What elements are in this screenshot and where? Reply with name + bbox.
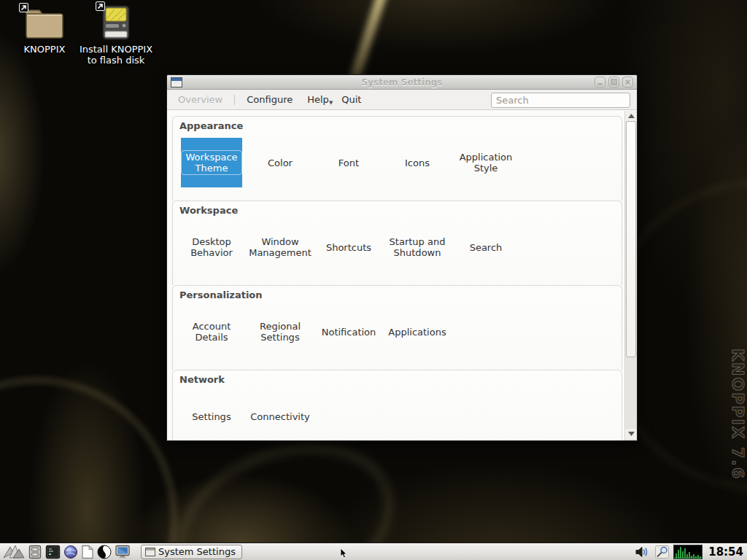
- desktop-icon-label: Install KNOPPIX to flash disk: [76, 44, 156, 66]
- contrast-circle-icon: [97, 545, 112, 559]
- file-cabinet-icon: [28, 545, 42, 559]
- tile-label: Font: [338, 158, 359, 168]
- tile-label: Icons: [405, 158, 430, 168]
- web-browser-button[interactable]: [62, 544, 80, 560]
- terminal-button[interactable]: [44, 544, 62, 560]
- section-appearance: Appearance Workspace Theme Color Font Ic…: [172, 116, 622, 201]
- display-settings-button[interactable]: [113, 544, 132, 560]
- settings-item-workspace-theme[interactable]: Workspace Theme: [181, 138, 242, 187]
- monitor-icon: [115, 545, 131, 559]
- scrollbar-thumb[interactable]: [626, 121, 636, 357]
- desktop-icon-knoppix[interactable]: KNOPPIX: [12, 6, 77, 55]
- tile-label: Shortcuts: [326, 242, 371, 253]
- desktop-icon-install-knoppix[interactable]: Install KNOPPIX to flash disk: [76, 4, 156, 66]
- section-title: Personalization: [173, 286, 622, 300]
- settings-item-startup-and-shutdown[interactable]: Startup and Shutdown: [387, 222, 448, 272]
- section-network: Network Settings Connectivity: [172, 370, 622, 440]
- window-title: System Settings: [167, 77, 637, 88]
- tile-label: Applications: [388, 327, 446, 338]
- settings-item-applications[interactable]: Applications: [387, 307, 448, 357]
- scroll-up-button[interactable]: [625, 111, 637, 121]
- toolbar-separator: [234, 95, 235, 105]
- chevron-down-icon: ▼: [329, 100, 333, 106]
- settings-content: Appearance Workspace Theme Color Font Ic…: [167, 111, 637, 440]
- lxde-menu-button[interactable]: [1, 544, 26, 560]
- tile-label: Search: [470, 242, 503, 253]
- tile-label: Window Management: [249, 236, 311, 258]
- document-icon: [81, 545, 94, 559]
- desktop-icon-label: KNOPPIX: [12, 44, 77, 55]
- contrast-toggle-button[interactable]: [96, 544, 113, 560]
- speaker-icon: [635, 545, 649, 559]
- arrow-down-icon: [628, 432, 635, 436]
- taskbar-clock: 18:54: [708, 545, 743, 559]
- settings-item-icons[interactable]: Icons: [387, 138, 448, 187]
- help-label: Help: [307, 94, 329, 105]
- settings-item-color[interactable]: Color: [249, 138, 311, 187]
- settings-item-search[interactable]: Search: [455, 222, 516, 272]
- shortcut-emblem-icon: [96, 1, 105, 11]
- task-button-label: System Settings: [158, 546, 236, 557]
- cpu-graph-icon: [674, 545, 702, 559]
- toolbar-help-button[interactable]: Help: [300, 91, 330, 108]
- section-title: Network: [173, 370, 622, 385]
- magnifier-icon: [655, 545, 669, 559]
- settings-item-account-details[interactable]: Account Details: [181, 307, 242, 357]
- settings-item-font[interactable]: Font: [318, 138, 379, 187]
- close-button[interactable]: [622, 77, 633, 88]
- tile-label: Workspace Theme: [181, 150, 242, 175]
- settings-item-window-management[interactable]: Window Management: [249, 222, 311, 272]
- system-settings-window: System Settings Overview Configure Help …: [166, 74, 638, 441]
- settings-item-network-settings[interactable]: Settings: [181, 392, 242, 440]
- settings-item-regional-settings[interactable]: Regional Settings: [249, 307, 311, 357]
- tile-label: Regional Settings: [249, 321, 311, 343]
- knoppix-version-watermark: KNOPPIX 7.6: [729, 349, 747, 480]
- close-icon: [624, 79, 631, 85]
- mouse-cursor: [340, 548, 347, 559]
- window-titlebar[interactable]: System Settings: [167, 75, 637, 90]
- system-monitor-graph[interactable]: [673, 545, 703, 559]
- toolbar-configure-button[interactable]: Configure: [239, 91, 300, 108]
- window-icon: [145, 548, 155, 556]
- maximize-button[interactable]: [608, 77, 619, 88]
- minimize-icon: [597, 79, 603, 85]
- toolbar-overview-button[interactable]: Overview: [171, 91, 230, 108]
- section-title: Appearance: [173, 117, 622, 131]
- search-input[interactable]: [491, 93, 630, 108]
- section-workspace: Workspace Desktop Behavior Window Manage…: [172, 201, 622, 285]
- tile-label: Settings: [192, 411, 231, 422]
- vertical-scrollbar[interactable]: [624, 111, 637, 440]
- settings-item-shortcuts[interactable]: Shortcuts: [318, 222, 379, 272]
- taskbar-task-system-settings[interactable]: System Settings: [141, 545, 242, 559]
- taskbar: System Settings: [0, 542, 747, 560]
- settings-item-notification[interactable]: Notification: [318, 307, 379, 357]
- file-manager-button[interactable]: [26, 544, 44, 560]
- toolbar-quit-button[interactable]: Quit: [334, 91, 368, 108]
- maximize-icon: [611, 79, 617, 85]
- office-document-button[interactable]: [80, 544, 96, 560]
- lxde-bird-icon: [3, 545, 25, 559]
- section-title: Workspace: [173, 201, 622, 216]
- tile-label: Startup and Shutdown: [387, 236, 448, 258]
- background-swirl: [0, 379, 175, 560]
- scroll-down-button[interactable]: [625, 429, 637, 439]
- tile-label: Notification: [322, 327, 376, 338]
- volume-button[interactable]: [633, 544, 651, 560]
- globe-icon: [63, 545, 78, 559]
- folder-icon: [23, 6, 66, 41]
- tile-label: Connectivity: [250, 411, 309, 422]
- section-personalization: Personalization Account Details Regional…: [172, 285, 622, 370]
- settings-item-connectivity[interactable]: Connectivity: [249, 392, 311, 440]
- tile-label: Color: [268, 158, 293, 168]
- screen-magnifier-button[interactable]: [654, 544, 670, 560]
- arrow-up-icon: [628, 114, 635, 118]
- tile-label: Desktop Behavior: [181, 236, 242, 258]
- terminal-icon: [45, 545, 61, 559]
- shortcut-emblem-icon: [19, 3, 28, 12]
- settings-item-desktop-behavior[interactable]: Desktop Behavior: [181, 222, 242, 272]
- tile-label: Account Details: [181, 321, 242, 343]
- minimize-button[interactable]: [595, 77, 605, 88]
- tile-label: Application Style: [455, 152, 516, 174]
- window-toolbar: Overview Configure Help ▼ Quit: [167, 90, 637, 110]
- settings-item-application-style[interactable]: Application Style: [455, 138, 516, 187]
